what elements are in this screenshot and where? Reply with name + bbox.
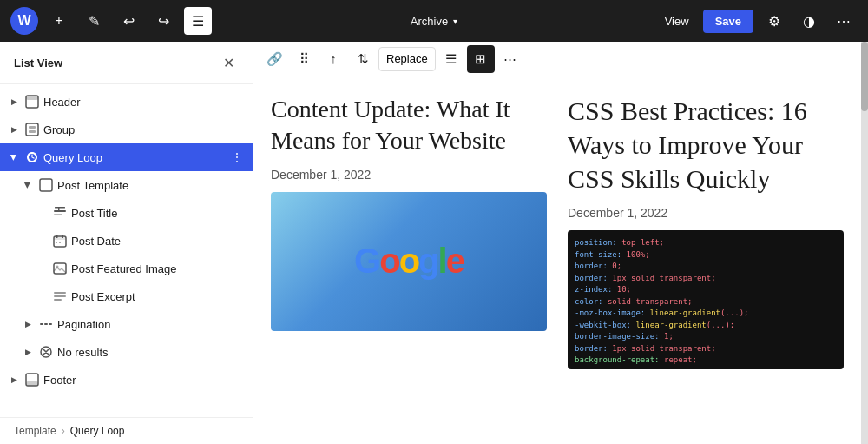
- wp-logo-icon[interactable]: W: [10, 7, 38, 35]
- svg-rect-21: [40, 323, 43, 325]
- sidebar-item-post-featured-image[interactable]: ▶ Post Featured Image: [0, 255, 253, 282]
- svg-rect-7: [54, 214, 62, 215]
- sidebar-item-label: Post Featured Image: [71, 262, 246, 275]
- svg-rect-16: [54, 263, 66, 274]
- sidebar-item-no-results[interactable]: ▶ No results: [0, 338, 253, 366]
- svg-rect-23: [49, 323, 52, 325]
- expand-icon: ▶: [7, 150, 21, 164]
- footer-block-icon: [24, 372, 40, 388]
- expand-icon: ▶: [7, 373, 21, 387]
- block-more-button[interactable]: ⋯: [496, 45, 524, 73]
- save-button[interactable]: Save: [703, 10, 753, 33]
- post-excerpt-block-icon: [52, 288, 68, 304]
- sidebar-item-post-title[interactable]: ▶ Post Title: [0, 199, 253, 227]
- post-featured-image-block-icon: [52, 261, 68, 276]
- sidebar-item-post-excerpt[interactable]: ▶ Post Excerpt: [0, 282, 253, 310]
- scrollbar-track[interactable]: [861, 42, 868, 444]
- svg-rect-5: [40, 179, 52, 191]
- block-transform-button[interactable]: ⇅: [349, 45, 377, 73]
- block-grid-view-button[interactable]: ⊞: [467, 45, 495, 73]
- breadcrumb-parent[interactable]: Template: [14, 425, 56, 437]
- main-area: List View ✕ ▶ Header ▶: [0, 42, 868, 444]
- sidebar-item-query-loop[interactable]: ▶ Query Loop ⋮: [0, 143, 253, 171]
- block-move-up-button[interactable]: ↑: [319, 45, 347, 73]
- svg-rect-15: [59, 242, 61, 243]
- sidebar-item-header[interactable]: ▶ Header: [0, 88, 253, 116]
- block-toolbar: 🔗 ⠿ ↑ ⇅ Replace ☰ ⊞ ⋯: [253, 42, 861, 76]
- header-block-icon: [24, 94, 40, 109]
- styles-button[interactable]: ◑: [795, 7, 823, 35]
- sidebar-item-label: Group: [43, 123, 246, 136]
- group-block-icon: [24, 122, 40, 137]
- breadcrumb-separator: ›: [62, 425, 65, 437]
- sidebar-item-label: Post Date: [71, 235, 246, 248]
- canvas: Content Update: What It Means for Your W…: [253, 76, 861, 444]
- post-template-block-icon: [38, 177, 54, 193]
- sidebar-item-footer[interactable]: ▶ Footer: [0, 366, 253, 394]
- sidebar-item-label: Post Template: [57, 179, 246, 192]
- list-view-button[interactable]: ☰: [184, 7, 212, 35]
- sidebar-item-post-date[interactable]: ▶ Post Date: [0, 227, 253, 255]
- sidebar-item-label: Post Title: [71, 207, 246, 220]
- post-date-block-icon: [52, 233, 68, 249]
- expand-icon: ▶: [7, 95, 21, 109]
- close-sidebar-button[interactable]: ✕: [218, 52, 239, 73]
- sidebar-item-label: Pagination: [57, 318, 246, 331]
- sidebar-item-label: Query Loop: [43, 151, 225, 164]
- sidebar-item-post-template[interactable]: ▶ Post Template: [0, 171, 253, 199]
- view-button[interactable]: View: [658, 11, 696, 31]
- svg-rect-2: [26, 123, 38, 136]
- svg-rect-3: [29, 126, 36, 129]
- expand-icon: ▶: [21, 317, 35, 331]
- svg-rect-20: [54, 299, 62, 301]
- block-drag-button[interactable]: ⠿: [290, 45, 318, 73]
- redo-button[interactable]: ↪: [149, 7, 177, 35]
- undo-button[interactable]: ↩: [115, 7, 142, 35]
- expand-icon: ▶: [7, 123, 21, 136]
- document-title[interactable]: Archive ▾: [411, 15, 457, 28]
- sidebar-item-label: Footer: [43, 374, 246, 387]
- svg-rect-11: [54, 236, 66, 240]
- svg-rect-6: [54, 210, 66, 212]
- sidebar-item-label: Header: [43, 96, 246, 109]
- sidebar-header: List View ✕: [0, 42, 253, 84]
- chevron-down-icon: ▾: [453, 17, 457, 26]
- sidebar-item-label: Post Excerpt: [71, 290, 246, 303]
- svg-rect-19: [54, 295, 66, 297]
- post-featured-image-2: position: top left; font-size: 100%; bor…: [568, 230, 844, 369]
- scrollbar-thumb[interactable]: [861, 42, 868, 111]
- toolbar-right: View Save ⚙ ◑ ⋯: [658, 7, 858, 35]
- no-results-block-icon: [38, 344, 54, 360]
- post-date-2: December 1, 2022: [568, 206, 844, 220]
- post-date-1: December 1, 2022: [271, 168, 547, 182]
- query-loop-menu-button[interactable]: ⋮: [228, 149, 246, 166]
- pagination-block-icon: [38, 316, 54, 332]
- add-block-button[interactable]: +: [45, 7, 73, 35]
- more-options-button[interactable]: ⋯: [830, 7, 858, 35]
- breadcrumb: Template › Query Loop: [0, 417, 253, 444]
- svg-rect-18: [54, 292, 66, 294]
- svg-rect-22: [44, 323, 48, 325]
- code-overlay: position: top left; font-size: 100%; bor…: [568, 230, 844, 369]
- settings-button[interactable]: ⚙: [760, 7, 788, 35]
- sidebar-item-group[interactable]: ▶ Group: [0, 116, 253, 143]
- sidebar-title: List View: [14, 56, 62, 70]
- post-card-1: Content Update: What It Means for Your W…: [271, 94, 547, 427]
- canvas-inner: Content Update: What It Means for Your W…: [253, 76, 861, 444]
- sidebar: List View ✕ ▶ Header ▶: [0, 42, 253, 444]
- post-title-block-icon: [52, 205, 68, 221]
- svg-rect-25: [26, 381, 38, 386]
- post-featured-image-1: Google: [271, 192, 547, 331]
- block-link-button[interactable]: 🔗: [260, 45, 288, 73]
- top-toolbar: W + ✎ ↩ ↪ ☰ Archive ▾ View Save ⚙ ◑ ⋯: [0, 0, 868, 42]
- sidebar-item-label: No results: [57, 346, 246, 359]
- query-loop-block-icon: [24, 149, 40, 165]
- block-list-view-button[interactable]: ☰: [437, 45, 465, 73]
- svg-rect-14: [56, 242, 57, 243]
- replace-button[interactable]: Replace: [378, 47, 436, 71]
- post-card-2: CSS Best Practices: 16 Ways to Improve Y…: [568, 94, 844, 427]
- sidebar-item-pagination[interactable]: ▶ Pagination: [0, 310, 253, 338]
- svg-rect-4: [29, 130, 36, 133]
- expand-icon: ▶: [21, 345, 35, 359]
- edit-button[interactable]: ✎: [80, 7, 108, 35]
